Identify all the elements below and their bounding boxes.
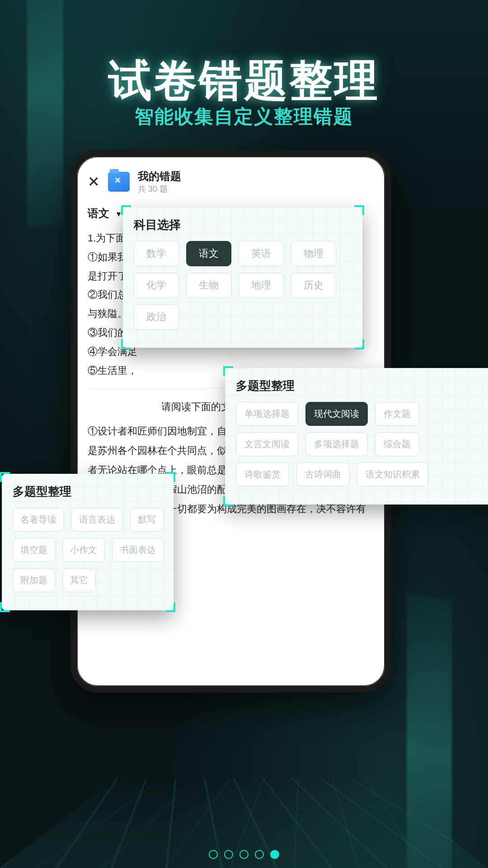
close-icon[interactable]: ✕ (88, 173, 100, 190)
subject-chinese[interactable]: 语文 (186, 241, 231, 266)
subject-history[interactable]: 历史 (291, 273, 336, 298)
type-dictation[interactable]: 默写 (130, 508, 164, 532)
subject-math[interactable]: 数学 (134, 241, 179, 266)
subject-geography[interactable]: 地理 (239, 273, 284, 298)
type-knowledge[interactable]: 语文知识积累 (357, 462, 428, 486)
subject-select-panel: 科目选择 数学 语文 英语 物理 化学 生物 地理 历史 政治 (123, 207, 362, 348)
type-poetry[interactable]: 诗歌鉴赏 (236, 462, 289, 486)
type-modern-reading[interactable]: 现代文阅读 (305, 402, 368, 426)
subject-dropdown-label: 语文 (88, 207, 109, 219)
question-types-panel-left: 多题型整理 名著导读 语言表达 默写 填空题 小作文 书面表达 附加题 其它 (2, 474, 174, 610)
type-classics-guide[interactable]: 名著导读 (13, 508, 64, 532)
type-language-expr[interactable]: 语言表达 (71, 508, 123, 532)
type-short-essay[interactable]: 小作文 (62, 538, 105, 562)
type-written-expr[interactable]: 书面表达 (112, 538, 164, 562)
hero-subtitle: 智能收集自定义整理错题 (0, 104, 488, 129)
pagination-dots (0, 850, 488, 859)
type-extra[interactable]: 附加题 (13, 568, 55, 592)
subject-panel-title: 科目选择 (134, 217, 352, 233)
type-ancient-verse[interactable]: 古诗词曲 (296, 462, 350, 486)
types-left-title: 多题型整理 (13, 484, 163, 500)
subject-chemistry[interactable]: 化学 (134, 273, 179, 298)
hero-title: 试卷错题整理 (0, 52, 488, 111)
subject-physics[interactable]: 物理 (291, 241, 336, 266)
type-composition[interactable]: 作文题 (375, 402, 419, 426)
page-dot-5[interactable] (270, 850, 279, 859)
page-dot-2[interactable] (224, 850, 233, 859)
page-dot-3[interactable] (239, 850, 249, 859)
page-title: 我的错题 (138, 169, 181, 184)
question-count: 共 30 题 (138, 184, 181, 194)
page-dot-4[interactable] (255, 850, 264, 859)
subject-english[interactable]: 英语 (239, 241, 284, 266)
type-other[interactable]: 其它 (62, 568, 96, 592)
question-types-panel-right: 多题型整理 单项选择题 现代文阅读 作文题 文言文阅读 多项选择题 综合题 诗歌… (225, 368, 488, 505)
type-multi-choice[interactable]: 多项选择题 (305, 432, 368, 456)
subject-politics[interactable]: 政治 (134, 304, 179, 330)
page-dot-1[interactable] (209, 850, 218, 859)
type-comprehensive[interactable]: 综合题 (375, 432, 419, 456)
type-classical-reading[interactable]: 文言文阅读 (236, 432, 298, 456)
folder-icon (108, 172, 130, 192)
type-fill-blank[interactable]: 填空题 (13, 538, 55, 562)
types-right-title: 多题型整理 (236, 378, 485, 394)
type-single-choice[interactable]: 单项选择题 (236, 402, 298, 426)
subject-biology[interactable]: 生物 (186, 273, 231, 298)
